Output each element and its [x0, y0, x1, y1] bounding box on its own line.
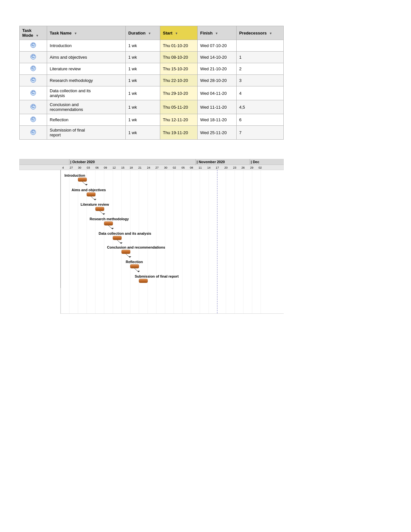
- svg-text:21: 21: [138, 166, 142, 169]
- svg-line-96: [126, 254, 130, 258]
- svg-rect-103: [139, 279, 148, 283]
- svg-text:Conclusion and recommendations: Conclusion and recommendations: [107, 245, 165, 249]
- svg-rect-16: [19, 159, 284, 165]
- duration-cell: 1 wk: [126, 100, 160, 114]
- duration-cell: 1 wk: [126, 86, 160, 100]
- svg-text:Literature review: Literature review: [81, 202, 109, 206]
- sort-arrow-finish: ▼: [215, 32, 218, 35]
- header-task-name[interactable]: Task Name ▼: [47, 26, 126, 40]
- start-cell: Thu 01-10-20: [160, 40, 198, 52]
- header-predecessors[interactable]: Predecessors ▼: [236, 26, 283, 40]
- task-mode-cell: [20, 52, 47, 63]
- task-name-cell: Literature review: [47, 63, 126, 75]
- svg-text:03: 03: [87, 166, 90, 169]
- table-row: Research methodology1 wkThu 22-10-20Wed …: [20, 75, 284, 86]
- duration-cell: 1 wk: [126, 63, 160, 75]
- task-name-cell: Data collection and itsanalysis: [47, 86, 126, 100]
- task-mode-icon: [30, 77, 36, 83]
- finish-cell: Wed 14-10-20: [198, 52, 237, 63]
- task-mode-icon: [30, 54, 36, 60]
- start-cell: Thu 12-11-20: [160, 114, 198, 126]
- svg-text:05: 05: [181, 166, 185, 169]
- duration-cell: 1 wk: [126, 40, 160, 52]
- duration-cell: 1 wk: [126, 75, 160, 86]
- header-duration[interactable]: Duration ▼: [126, 26, 160, 40]
- svg-text:Research methodology: Research methodology: [90, 217, 129, 221]
- task-mode-cell: [20, 63, 47, 75]
- table-row: Submission of finalreport1 wkThu 19-11-2…: [20, 126, 284, 140]
- start-cell: Thu 05-11-20: [160, 100, 198, 114]
- svg-text:29: 29: [250, 166, 253, 169]
- task-mode-cell: [20, 86, 47, 100]
- svg-text:| November 2020: | November 2020: [197, 160, 225, 164]
- svg-rect-95: [122, 250, 130, 254]
- svg-text:09: 09: [104, 166, 107, 169]
- task-mode-cell: [20, 75, 47, 86]
- svg-line-92: [117, 240, 121, 244]
- svg-text:Aims and objectives: Aims and objectives: [72, 188, 106, 192]
- table-row: Introduction1 wkThu 01-10-20Wed 07-10-20: [20, 40, 284, 52]
- task-name-cell: Introduction: [47, 40, 126, 52]
- svg-text:06: 06: [95, 166, 99, 169]
- svg-text:27: 27: [70, 166, 73, 169]
- task-mode-icon: [30, 103, 36, 110]
- svg-text:17: 17: [216, 166, 219, 169]
- task-name-cell: Submission of finalreport: [47, 126, 126, 140]
- gantt-table: TaskMode ▼ Task Name ▼ Duration ▼ Start …: [19, 26, 284, 140]
- svg-text:08: 08: [190, 166, 193, 169]
- sort-arrow-task-name: ▼: [74, 32, 77, 35]
- duration-cell: 1 wk: [126, 126, 160, 140]
- svg-line-80: [91, 196, 95, 200]
- start-cell: Thu 29-10-20: [160, 86, 198, 100]
- svg-text:| October 2020: | October 2020: [70, 160, 95, 164]
- svg-text:11: 11: [199, 166, 202, 169]
- start-cell: Thu 22-10-20: [160, 75, 198, 86]
- sort-arrow-duration: ▼: [148, 32, 151, 35]
- header-task-mode[interactable]: TaskMode ▼: [20, 26, 47, 40]
- task-name-cell: Conclusion andrecommendations: [47, 100, 126, 114]
- predecessors-cell: 6: [236, 114, 283, 126]
- svg-text:Data collection and its analys: Data collection and its analysis: [99, 232, 151, 235]
- predecessors-cell: [236, 40, 283, 52]
- sort-arrow-predecessors: ▼: [269, 32, 272, 35]
- svg-text:26: 26: [241, 166, 245, 169]
- duration-cell: 1 wk: [126, 52, 160, 63]
- svg-rect-99: [130, 264, 139, 268]
- gantt-chart-section: | October 2020 | November 2020 | Dec 4 2…: [19, 159, 284, 315]
- predecessors-cell: 4,5: [236, 100, 283, 114]
- predecessors-cell: 3: [236, 75, 283, 86]
- finish-cell: Wed 18-11-20: [198, 114, 237, 126]
- svg-text:12: 12: [113, 166, 116, 169]
- task-mode-cell: [20, 114, 47, 126]
- task-mode-icon: [30, 42, 36, 48]
- finish-cell: Wed 04-11-20: [198, 86, 237, 100]
- svg-rect-75: [78, 178, 87, 182]
- svg-text:18: 18: [130, 166, 133, 169]
- predecessors-cell: 4: [236, 86, 283, 100]
- svg-text:23: 23: [233, 166, 236, 169]
- svg-rect-79: [87, 192, 95, 196]
- svg-text:14: 14: [207, 166, 210, 169]
- finish-cell: Wed 25-11-20: [198, 126, 237, 140]
- svg-line-100: [134, 268, 139, 272]
- header-start[interactable]: Start ▼: [160, 26, 198, 40]
- task-mode-cell: [20, 126, 47, 140]
- task-mode-icon: [30, 65, 36, 72]
- start-cell: Thu 15-10-20: [160, 63, 198, 75]
- sort-arrow-start: ▼: [175, 32, 178, 35]
- table-row: Aims and objectives1 wkThu 08-10-20Wed 1…: [20, 52, 284, 63]
- svg-text:20: 20: [224, 166, 228, 169]
- start-cell: Thu 19-11-20: [160, 126, 198, 140]
- finish-cell: Wed 28-10-20: [198, 75, 237, 86]
- table-row: Literature review1 wkThu 15-10-20Wed 21-…: [20, 63, 284, 75]
- predecessors-cell: 2: [236, 63, 283, 75]
- task-name-cell: Aims and objectives: [47, 52, 126, 63]
- svg-text:Reflection: Reflection: [126, 260, 143, 264]
- svg-line-84: [100, 211, 104, 215]
- svg-text:02: 02: [259, 166, 262, 169]
- task-mode-icon: [30, 116, 36, 123]
- table-row: Data collection and itsanalysis1 wkThu 2…: [20, 86, 284, 100]
- table-row: Reflection1 wkThu 12-11-20Wed 18-11-206: [20, 114, 284, 126]
- svg-text:15: 15: [121, 166, 124, 169]
- header-finish[interactable]: Finish ▼: [198, 26, 237, 40]
